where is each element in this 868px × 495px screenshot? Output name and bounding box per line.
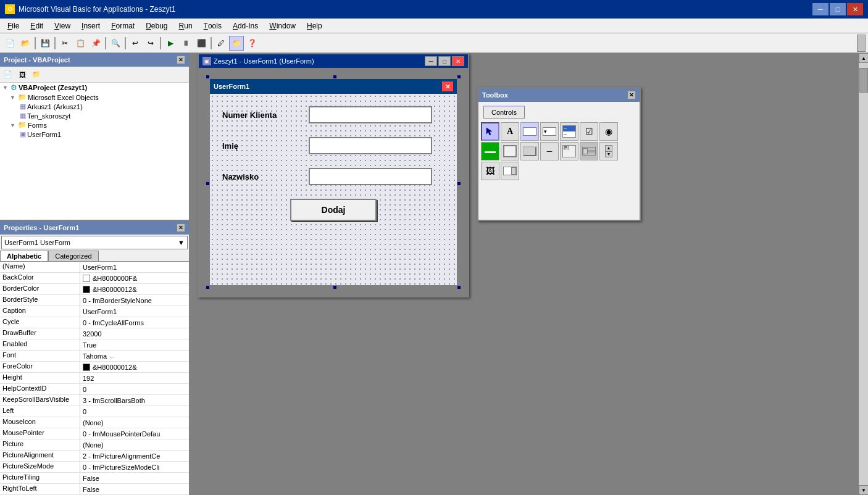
menu-debug[interactable]: Debug <box>141 19 172 33</box>
toolbar-save[interactable]: 💾 <box>38 36 52 51</box>
toolbar-paste[interactable]: 📌 <box>88 36 103 51</box>
toolbox-close-btn[interactable]: ✕ <box>627 91 636 99</box>
toolbar-projectexplorer[interactable]: 📁 <box>229 36 244 51</box>
props-row-bordercolor[interactable]: BorderColor &H80000012& <box>0 284 189 295</box>
toolbar-stop[interactable]: ⬛ <box>194 36 209 51</box>
props-row-borderstyle[interactable]: BorderStyle 0 - fmBorderStyleNone <box>0 295 189 306</box>
toolbox-ctrl-label[interactable]: A <box>501 122 519 141</box>
canvas-scrollbar[interactable]: ▲ ▼ <box>858 53 868 495</box>
userform-title-text: UserForm1 <box>214 83 249 90</box>
props-tab-categorized[interactable]: Categorized <box>48 251 98 261</box>
tree-item-ten-skoroszyt[interactable]: ▦ Ten_skoroszyt <box>0 111 189 120</box>
toolbar-pause[interactable]: ⏸ <box>178 36 193 51</box>
toolbox-ctrl-togglebutton[interactable]: ▬▬ <box>481 142 499 160</box>
tree-item-root[interactable]: ▼ ⚙ VBAProject (Zeszyt1) <box>0 83 189 93</box>
menu-addins[interactable]: Add-Ins <box>228 19 263 33</box>
toolbar-undo[interactable]: ↩ <box>128 36 143 51</box>
toolbox-tab-controls[interactable]: Controls <box>483 106 525 119</box>
toolbox-ctrl-commandbutton[interactable] <box>520 142 539 160</box>
toolbar-redo[interactable]: ↪ <box>143 36 158 51</box>
props-row-backcolor[interactable]: BackColor &H8000000F& <box>0 273 189 284</box>
toolbar-run[interactable]: ▶ <box>163 36 178 51</box>
input-imie[interactable] <box>309 137 432 154</box>
tree-item-forms[interactable]: ▼ 📁 Forms <box>0 120 189 130</box>
project-view-code[interactable]: 📄 <box>1 69 15 81</box>
props-close-btn[interactable]: ✕ <box>177 223 185 232</box>
menu-tools[interactable]: Tools <box>199 19 227 33</box>
project-panel-close[interactable]: ✕ <box>177 56 185 64</box>
props-row-helpcontextid[interactable]: HelpContextID 0 <box>0 384 189 395</box>
input-nazwisko[interactable] <box>309 168 432 185</box>
toolbox-ctrl-radiobutton[interactable]: ◉ <box>599 122 618 141</box>
toolbar-design[interactable]: 🖊 <box>214 36 228 51</box>
props-row-picturetiling[interactable]: PictureTiling False <box>0 473 189 484</box>
props-row-picture[interactable]: Picture (None) <box>0 439 189 451</box>
toolbox-ctrl-scrollbar[interactable] <box>580 142 598 160</box>
props-row-picturesizemode[interactable]: PictureSizeMode 0 - fmPictureSizeModeCli <box>0 462 189 473</box>
props-row-mousepointer[interactable]: MousePointer 0 - fmMousePointerDefau <box>0 428 189 439</box>
tree-item-userform1[interactable]: ▣ UserForm1 <box>0 130 189 139</box>
minimize-button[interactable]: ─ <box>812 3 828 15</box>
toolbox-ctrl-spinbutton[interactable]: ▲ ▼ <box>599 142 618 160</box>
toolbar-copy[interactable]: 📋 <box>73 36 88 51</box>
props-tab-alphabetic[interactable]: Alphabetic <box>0 251 48 261</box>
toolbox-ctrl-select[interactable] <box>481 122 499 141</box>
props-row-cycle[interactable]: Cycle 0 - fmCycleAllForms <box>0 317 189 328</box>
menu-help[interactable]: Help <box>302 19 327 33</box>
props-object-selector[interactable]: UserForm1 UserForm ▼ <box>1 236 188 249</box>
menu-run[interactable]: Run <box>174 19 198 33</box>
userform-body[interactable]: Numer Klienta Imię Nazwisko <box>210 94 457 285</box>
menu-format[interactable]: Format <box>106 19 140 33</box>
toolbox-ctrl-textbox[interactable] <box>520 122 539 141</box>
menu-window[interactable]: Window <box>264 19 301 33</box>
props-row-caption[interactable]: Caption UserForm1 <box>0 306 189 317</box>
props-row-left[interactable]: Left 0 <box>0 406 189 417</box>
dodaj-button-wrapper: Dodaj <box>222 199 444 221</box>
project-toggle-folders[interactable]: 📁 <box>30 69 43 81</box>
toolbox-ctrl-multipage[interactable]: P <box>560 142 578 160</box>
toolbox-ctrl-refbutton[interactable] <box>501 162 519 180</box>
toolbar-help[interactable]: ❓ <box>244 36 259 51</box>
userform-close-btn[interactable]: ✕ <box>442 81 453 91</box>
tree-item-excel-objects[interactable]: ▼ 📁 Microsoft Excel Objects <box>0 93 189 102</box>
menu-file[interactable]: File <box>2 19 24 33</box>
toolbox-ctrl-checkbox[interactable]: ☑ <box>580 122 598 141</box>
scroll-thumb[interactable] <box>859 68 868 93</box>
toolbar-find[interactable]: 🔍 <box>108 36 123 51</box>
menu-edit[interactable]: Edit <box>25 19 48 33</box>
maximize-button[interactable]: □ <box>830 3 846 15</box>
toolbox-empty-space <box>478 183 640 220</box>
scroll-up-btn[interactable]: ▲ <box>859 53 868 63</box>
toolbar-cut[interactable]: ✂ <box>57 36 72 51</box>
scroll-down-btn[interactable]: ▼ <box>859 485 868 495</box>
props-row-forecolor[interactable]: ForeColor &H80000012& <box>0 362 189 373</box>
handle-tl <box>206 75 209 78</box>
props-row-mouseicon[interactable]: MouseIcon (None) <box>0 417 189 428</box>
props-row-height[interactable]: Height 192 <box>0 373 189 384</box>
form-minimize-btn[interactable]: ─ <box>425 56 437 66</box>
project-panel-title: Project - VBAProject <box>4 56 70 64</box>
toolbar-open[interactable]: 📂 <box>18 36 33 51</box>
project-view-object[interactable]: 🖼 <box>15 69 29 81</box>
toolbox-ctrl-listbox[interactable]: ─ ─ <box>560 122 578 141</box>
toolbar-new[interactable]: 📄 <box>2 36 17 51</box>
props-row-font[interactable]: Font Tahoma ... <box>0 351 189 362</box>
props-row-drawbuffer[interactable]: DrawBuffer 32000 <box>0 328 189 339</box>
toolbox-ctrl-tabstrip[interactable]: ─ <box>540 142 559 160</box>
toolbox-ctrl-combobox[interactable]: ▾ <box>540 122 559 141</box>
menu-view[interactable]: View <box>49 19 75 33</box>
dodaj-button[interactable]: Dodaj <box>290 199 377 221</box>
menu-insert[interactable]: Insert <box>77 19 105 33</box>
tree-item-arkusz1[interactable]: ▦ Arkusz1 (Arkusz1) <box>0 102 189 111</box>
toolbox-ctrl-frame[interactable] <box>501 142 519 160</box>
props-row-righttoleft[interactable]: RightToLeft False <box>0 484 189 495</box>
close-button[interactable]: ✕ <box>847 3 863 15</box>
input-numer-klienta[interactable] <box>309 106 432 123</box>
props-row-picturealignment[interactable]: PictureAlignment 2 - fmPictureAlignmentC… <box>0 451 189 462</box>
toolbox-ctrl-image[interactable]: 🖼 <box>481 162 499 180</box>
props-row-enabled[interactable]: Enabled True <box>0 339 189 351</box>
form-maximize-btn[interactable]: □ <box>438 56 451 66</box>
form-close-btn[interactable]: ✕ <box>452 56 464 66</box>
props-row-keepscrollbars[interactable]: KeepScrollBarsVisible 3 - fmScrollBarsBo… <box>0 395 189 406</box>
props-row-name[interactable]: (Name) UserForm1 <box>0 262 189 273</box>
